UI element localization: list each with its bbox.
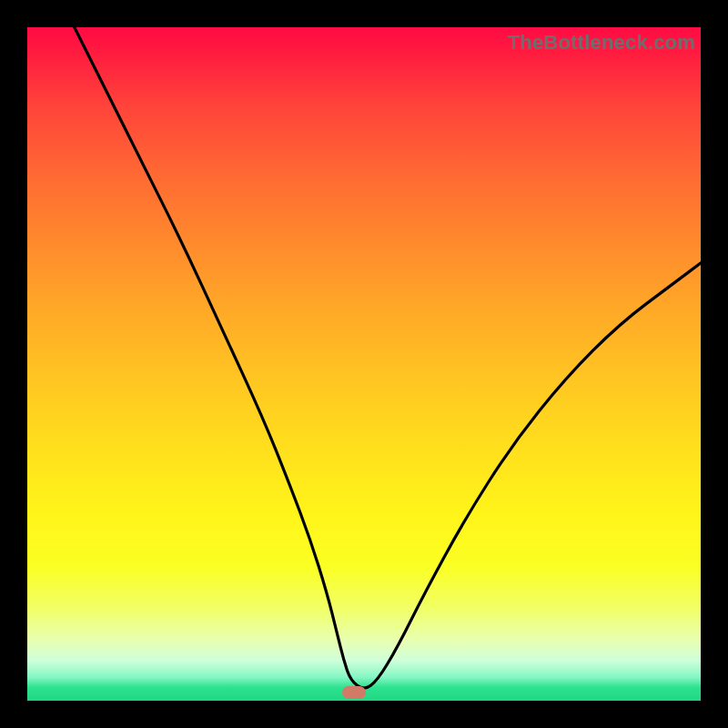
bottleneck-marker	[342, 686, 366, 699]
curve-svg	[27, 27, 701, 701]
chart-stage: TheBottleneck.com	[0, 0, 728, 728]
curve-path	[75, 27, 701, 688]
plot-area: TheBottleneck.com	[27, 27, 701, 701]
